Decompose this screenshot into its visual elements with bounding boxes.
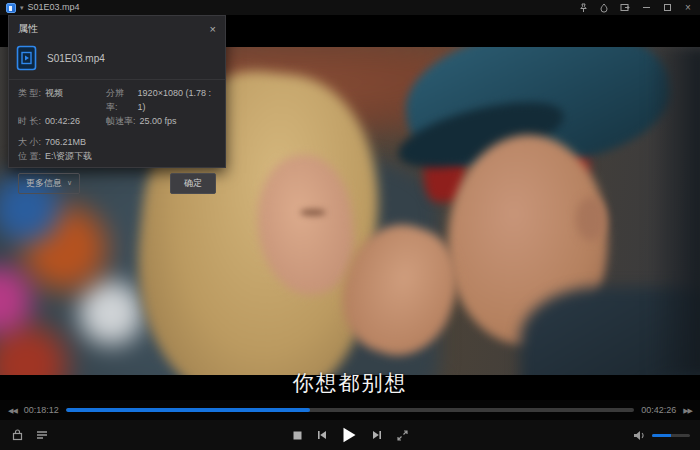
resolution-value: 1920×1080 (1.78 : 1) <box>138 87 216 115</box>
titlebar[interactable]: ▾ S01E03.mp4 × <box>0 0 700 15</box>
main-menu-caret-icon[interactable]: ▾ <box>20 4 24 11</box>
total-time: 00:42:26 <box>641 406 676 415</box>
dialog-title: 属性 <box>18 22 38 36</box>
volume-slider[interactable] <box>652 434 690 437</box>
fullscreen-icon[interactable] <box>397 430 408 441</box>
current-time: 00:18:12 <box>24 406 59 415</box>
dialog-close-icon[interactable]: × <box>210 24 216 35</box>
stop-button[interactable] <box>293 431 302 440</box>
type-value: 视频 <box>45 87 63 115</box>
framerate-value: 25.00 fps <box>140 115 177 129</box>
pin-on-top-icon[interactable] <box>577 2 589 14</box>
location-label: 位 置: <box>18 150 41 164</box>
boss-key-icon[interactable] <box>619 2 631 14</box>
window-title: S01E03.mp4 <box>28 3 80 12</box>
properties-dialog: 属性 × S01E03.mp4 类 型: 视频 分辨率 <box>8 15 226 168</box>
lighting-icon[interactable] <box>598 2 610 14</box>
scene-man-ear <box>576 197 606 241</box>
dialog-file-name: S01E03.mp4 <box>47 53 105 64</box>
seek-progress-fill <box>66 408 310 412</box>
seek-slider[interactable] <box>66 408 634 412</box>
playback-controls <box>293 427 408 443</box>
size-value: 706.21MB <box>45 136 86 150</box>
maximize-button[interactable] <box>661 2 673 14</box>
type-label: 类 型: <box>18 87 41 115</box>
dialog-footer: 更多信息 ∨ 确定 <box>9 164 225 194</box>
skip-forward-icon[interactable]: ▶▶ <box>683 407 692 414</box>
player-window: ▾ S01E03.mp4 × <box>0 0 700 450</box>
video-file-icon <box>16 45 37 71</box>
location-value: E:\资源下载 <box>45 150 92 164</box>
subtitle-text: 你想都别想 <box>0 369 700 397</box>
lock-icon[interactable] <box>12 429 23 441</box>
app-logo-icon[interactable] <box>6 3 16 13</box>
scene-right-shadow <box>648 47 700 375</box>
more-info-button[interactable]: 更多信息 ∨ <box>18 173 80 194</box>
resolution-label: 分辨率: <box>106 87 134 115</box>
dialog-info: 类 型: 视频 分辨率: 1920×1080 (1.78 : 1) 时 长: 0… <box>9 80 225 164</box>
minimize-button[interactable] <box>640 2 652 14</box>
framerate-label: 帧速率: <box>106 115 136 129</box>
close-button[interactable]: × <box>682 2 694 14</box>
control-bar-left <box>12 429 48 441</box>
previous-button[interactable] <box>317 430 327 440</box>
duration-value: 00:42:26 <box>45 115 80 129</box>
seek-row: ◀◀ 00:18:12 00:42:26 ▶▶ <box>0 400 700 420</box>
control-bar <box>0 420 700 450</box>
duration-label: 时 长: <box>18 115 41 129</box>
playlist-icon[interactable] <box>36 430 48 440</box>
volume-controls <box>633 430 690 441</box>
chevron-down-icon: ∨ <box>67 179 72 187</box>
ok-button[interactable]: 确定 <box>170 173 216 194</box>
dialog-file-row: S01E03.mp4 <box>9 38 225 80</box>
volume-fill <box>652 434 671 437</box>
scene-woman-eye <box>300 209 326 216</box>
skip-back-icon[interactable]: ◀◀ <box>8 407 17 414</box>
more-info-label: 更多信息 <box>26 177 62 190</box>
size-label: 大 小: <box>18 136 41 150</box>
next-button[interactable] <box>372 430 382 440</box>
video-stage: 你想都别想 属性 × S01E03.mp4 类 型: 视频 <box>0 15 700 400</box>
dialog-header: 属性 × <box>9 16 225 38</box>
play-button[interactable] <box>342 427 357 443</box>
window-controls: × <box>577 2 694 14</box>
speaker-icon[interactable] <box>633 430 646 441</box>
